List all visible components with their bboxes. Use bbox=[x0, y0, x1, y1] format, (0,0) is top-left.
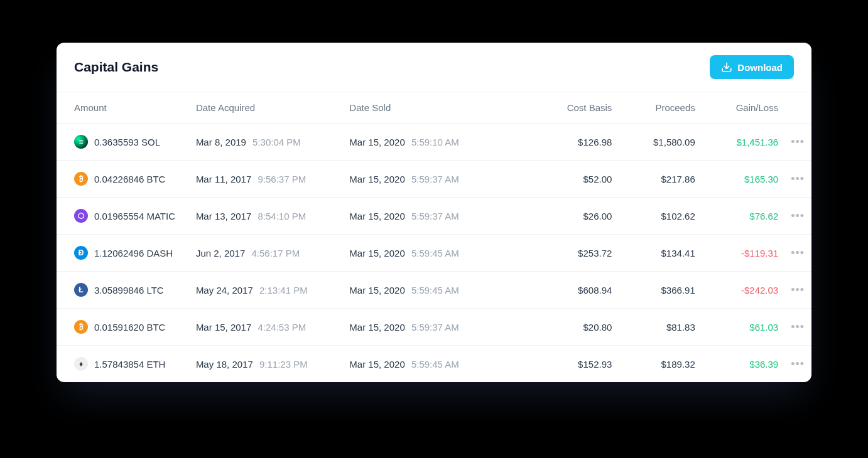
gain-loss: -$242.03 bbox=[741, 285, 778, 296]
sold-date: Mar 15, 2020 bbox=[349, 137, 404, 147]
download-label: Download bbox=[737, 62, 783, 73]
table-row: Ł 3.05899846 LTC May 24, 2017 2:13:41 PM… bbox=[57, 272, 811, 309]
row-more-button[interactable]: ••• bbox=[791, 283, 805, 297]
acq-date: Mar 8, 2019 bbox=[196, 137, 246, 147]
row-more-button[interactable]: ••• bbox=[791, 172, 805, 186]
acq-time: 9:56:37 PM bbox=[258, 174, 306, 184]
sold-time: 5:59:37 AM bbox=[411, 211, 459, 221]
sold-date: Mar 15, 2020 bbox=[349, 359, 404, 370]
sold-time: 5:59:10 AM bbox=[411, 137, 459, 147]
proceeds: $1,580.09 bbox=[618, 124, 701, 161]
acq-date: Jun 2, 2017 bbox=[196, 248, 245, 258]
dash-icon: Đ bbox=[74, 246, 88, 260]
sold-date: Mar 15, 2020 bbox=[349, 322, 404, 333]
table-header-row: Amount Date Acquired Date Sold Cost Basi… bbox=[57, 92, 811, 124]
eth-icon: ♦ bbox=[74, 357, 88, 371]
proceeds: $189.32 bbox=[618, 346, 701, 383]
col-proceeds: Proceeds bbox=[618, 92, 701, 124]
sold-time: 5:59:37 AM bbox=[411, 322, 459, 333]
more-icon: ••• bbox=[791, 321, 805, 334]
table-row: ₿ 0.01591620 BTC Mar 15, 2017 4:24:53 PM… bbox=[57, 309, 811, 346]
amount-text: 0.04226846 BTC bbox=[94, 174, 165, 184]
ltc-icon: Ł bbox=[74, 283, 88, 297]
acq-date: Mar 11, 2017 bbox=[196, 174, 251, 184]
sold-date: Mar 15, 2020 bbox=[349, 248, 404, 258]
cost-basis: $152.93 bbox=[535, 346, 618, 383]
acq-date: May 24, 2017 bbox=[196, 285, 253, 296]
amount-text: 3.05899846 LTC bbox=[94, 285, 164, 296]
card-title: Capital Gains bbox=[74, 60, 158, 75]
download-icon bbox=[721, 61, 732, 73]
cost-basis: $20.80 bbox=[535, 309, 618, 346]
amount-text: 1.57843854 ETH bbox=[94, 359, 165, 370]
col-gain-loss: Gain/Loss bbox=[702, 92, 784, 124]
sold-date: Mar 15, 2020 bbox=[349, 174, 404, 184]
acq-time: 9:11:23 PM bbox=[259, 359, 308, 370]
more-icon: ••• bbox=[791, 358, 805, 371]
btc-icon: ₿ bbox=[74, 172, 88, 186]
cost-basis: $26.00 bbox=[535, 198, 618, 235]
gain-loss: $76.62 bbox=[749, 211, 778, 221]
acq-date: May 18, 2017 bbox=[196, 359, 253, 370]
row-more-button[interactable]: ••• bbox=[791, 209, 805, 223]
proceeds: $102.62 bbox=[618, 198, 701, 235]
col-date-acquired: Date Acquired bbox=[190, 92, 343, 124]
table-row: ≡ 0.3635593 SOL Mar 8, 2019 5:30:04 PM M… bbox=[57, 124, 811, 161]
more-icon: ••• bbox=[791, 247, 805, 260]
card-header: Capital Gains Download bbox=[57, 43, 811, 92]
table-row: ₿ 0.04226846 BTC Mar 11, 2017 9:56:37 PM… bbox=[57, 161, 811, 198]
table-row: Đ 1.12062496 DASH Jun 2, 2017 4:56:17 PM… bbox=[57, 235, 811, 272]
sold-time: 5:59:45 AM bbox=[411, 285, 459, 296]
amount-text: 0.01591620 BTC bbox=[94, 322, 165, 333]
gain-loss: $61.03 bbox=[749, 322, 778, 333]
row-more-button[interactable]: ••• bbox=[791, 320, 805, 334]
proceeds: $366.91 bbox=[618, 272, 701, 309]
sold-time: 5:59:45 AM bbox=[411, 248, 459, 258]
btc-icon: ₿ bbox=[74, 320, 88, 334]
sold-time: 5:59:37 AM bbox=[411, 174, 459, 184]
cost-basis: $126.98 bbox=[535, 124, 618, 161]
gain-loss: $36.39 bbox=[749, 359, 778, 370]
acq-date: Mar 15, 2017 bbox=[196, 322, 251, 333]
acq-time: 8:54:10 PM bbox=[258, 211, 306, 221]
sold-date: Mar 15, 2020 bbox=[349, 211, 404, 221]
amount-text: 1.12062496 DASH bbox=[94, 248, 173, 258]
sold-time: 5:59:45 AM bbox=[411, 359, 459, 370]
acq-time: 4:24:53 PM bbox=[258, 322, 306, 333]
sold-date: Mar 15, 2020 bbox=[349, 285, 404, 296]
cost-basis: $52.00 bbox=[535, 161, 618, 198]
row-more-button[interactable]: ••• bbox=[791, 246, 805, 260]
proceeds: $134.41 bbox=[618, 235, 701, 272]
more-icon: ••• bbox=[791, 173, 805, 186]
col-date-sold: Date Sold bbox=[343, 92, 535, 124]
table-row: ⬡ 0.01965554 MATIC Mar 13, 2017 8:54:10 … bbox=[57, 198, 811, 235]
row-more-button[interactable]: ••• bbox=[791, 357, 805, 371]
sol-icon: ≡ bbox=[74, 135, 88, 149]
download-button[interactable]: Download bbox=[710, 55, 794, 79]
matic-icon: ⬡ bbox=[74, 209, 88, 223]
gain-loss: $1,451.36 bbox=[736, 137, 778, 147]
gain-loss: -$119.31 bbox=[741, 248, 778, 258]
cost-basis: $253.72 bbox=[535, 235, 618, 272]
more-icon: ••• bbox=[791, 210, 805, 223]
col-amount: Amount bbox=[57, 92, 190, 124]
more-icon: ••• bbox=[791, 136, 805, 149]
proceeds: $81.83 bbox=[618, 309, 701, 346]
gains-table: Amount Date Acquired Date Sold Cost Basi… bbox=[57, 92, 811, 382]
acq-date: Mar 13, 2017 bbox=[196, 211, 251, 221]
cost-basis: $608.94 bbox=[535, 272, 618, 309]
more-icon: ••• bbox=[791, 284, 805, 297]
amount-text: 0.3635593 SOL bbox=[94, 137, 160, 147]
col-actions bbox=[784, 92, 811, 124]
row-more-button[interactable]: ••• bbox=[791, 135, 805, 149]
acq-time: 4:56:17 PM bbox=[251, 248, 300, 258]
proceeds: $217.86 bbox=[618, 161, 701, 198]
amount-text: 0.01965554 MATIC bbox=[94, 211, 175, 221]
acq-time: 2:13:41 PM bbox=[259, 285, 308, 296]
gain-loss: $165.30 bbox=[744, 174, 778, 184]
col-cost-basis: Cost Basis bbox=[535, 92, 618, 124]
acq-time: 5:30:04 PM bbox=[252, 137, 301, 147]
capital-gains-card: Capital Gains Download Amount Date Acqui… bbox=[57, 43, 811, 382]
table-row: ♦ 1.57843854 ETH May 18, 2017 9:11:23 PM… bbox=[57, 346, 811, 383]
